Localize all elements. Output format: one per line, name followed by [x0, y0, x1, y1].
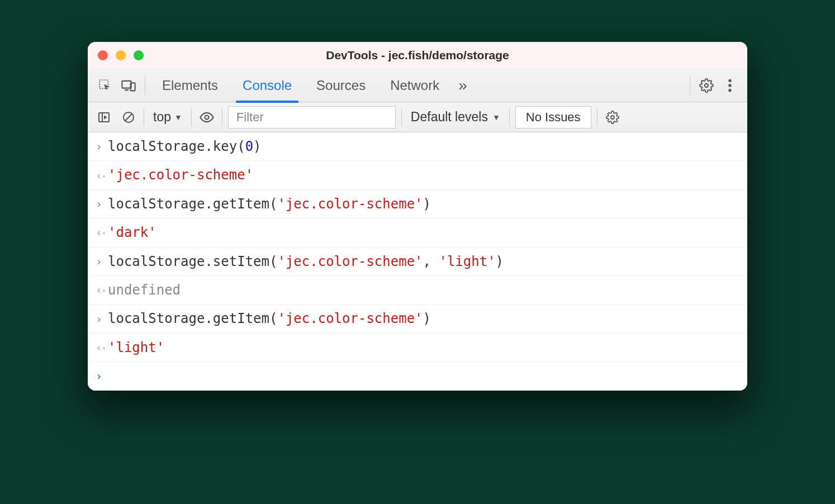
input-marker-icon: ›: [96, 253, 108, 270]
console-output-row: ‹•undefined: [88, 276, 747, 305]
sidebar-toggle-icon[interactable]: [94, 108, 113, 127]
titlebar: DevTools - jec.fish/demo/storage: [88, 42, 747, 69]
levels-label: Default levels: [411, 110, 488, 125]
toolbar-divider: [401, 108, 402, 126]
live-expression-icon[interactable]: [197, 108, 216, 127]
maximize-window-icon[interactable]: [134, 50, 144, 60]
toolbar-divider: [191, 108, 192, 126]
code-content: localStorage.getItem('jec.color-scheme'): [108, 193, 431, 215]
filter-input[interactable]: [228, 106, 396, 129]
code-content: undefined: [108, 279, 181, 301]
code-content: 'dark': [108, 222, 156, 243]
tabbar-divider: [690, 76, 690, 95]
svg-point-13: [611, 116, 614, 119]
input-marker-icon: ›: [96, 310, 108, 328]
svg-point-12: [205, 115, 208, 119]
code-content: localStorage.key(0): [108, 136, 262, 157]
context-label: top: [153, 110, 171, 125]
log-levels-selector[interactable]: Default levels ▼: [407, 110, 504, 125]
settings-icon[interactable]: [696, 75, 717, 96]
output-marker-icon: ‹•: [96, 167, 108, 184]
console-prompt-input[interactable]: [108, 365, 116, 387]
svg-point-6: [728, 84, 731, 87]
svg-line-11: [125, 114, 132, 121]
code-content: 'light': [108, 337, 164, 358]
dropdown-icon: ▼: [174, 113, 182, 122]
console-input-row: ›localStorage.key(0): [88, 132, 747, 161]
code-content: 'jec.color-scheme': [108, 164, 253, 186]
main-tabbar: Elements Console Sources Network »: [88, 69, 747, 102]
window-title: DevTools - jec.fish/demo/storage: [326, 49, 509, 62]
dropdown-icon: ▼: [492, 113, 500, 122]
devtools-window: DevTools - jec.fish/demo/storage Element…: [88, 42, 747, 391]
tab-label: Console: [243, 78, 292, 93]
svg-point-5: [728, 79, 731, 82]
toolbar-divider: [222, 108, 222, 126]
input-marker-icon: ›: [96, 137, 108, 155]
tab-overflow-icon[interactable]: »: [453, 77, 473, 94]
svg-rect-1: [122, 80, 131, 88]
svg-point-4: [705, 83, 709, 87]
toolbar-divider: [509, 108, 510, 126]
console-settings-icon[interactable]: [603, 108, 622, 127]
tab-label: Elements: [162, 78, 218, 93]
toolbar-divider: [597, 108, 597, 126]
clear-console-icon[interactable]: [119, 108, 138, 127]
output-marker-icon: ‹•: [96, 224, 108, 241]
output-marker-icon: ‹•: [96, 281, 108, 299]
console-output-row: ‹•'jec.color-scheme': [88, 161, 747, 189]
more-menu-icon[interactable]: [719, 75, 741, 96]
tab-label: Network: [390, 78, 439, 93]
issues-label: No Issues: [526, 110, 581, 124]
traffic-lights: [98, 50, 144, 60]
tab-sources[interactable]: Sources: [305, 69, 377, 102]
inspect-element-icon[interactable]: [94, 75, 116, 96]
minimize-window-icon[interactable]: [116, 50, 126, 60]
console-input-row: ›localStorage.getItem('jec.color-scheme'…: [88, 190, 747, 218]
output-marker-icon: ‹•: [96, 339, 108, 356]
device-toolbar-icon[interactable]: [118, 75, 139, 96]
code-content: localStorage.getItem('jec.color-scheme'): [108, 308, 431, 329]
svg-point-7: [728, 88, 731, 91]
code-content: localStorage.setItem('jec.color-scheme',…: [108, 251, 504, 272]
tab-console[interactable]: Console: [231, 69, 303, 102]
console-output[interactable]: ›localStorage.key(0)‹•'jec.color-scheme'…: [88, 132, 747, 391]
close-window-icon[interactable]: [98, 50, 108, 60]
prompt-marker-icon: ›: [96, 367, 108, 385]
console-prompt-row[interactable]: ›: [88, 362, 747, 390]
input-marker-icon: ›: [96, 195, 108, 213]
console-input-row: ›localStorage.getItem('jec.color-scheme'…: [88, 305, 747, 333]
tab-network[interactable]: Network: [379, 69, 450, 102]
tab-label: Sources: [316, 78, 366, 93]
tabbar-divider: [145, 76, 145, 95]
console-output-row: ‹•'dark': [88, 218, 747, 247]
console-input-row: ›localStorage.setItem('jec.color-scheme'…: [88, 248, 747, 276]
toolbar-divider: [144, 108, 144, 126]
context-selector[interactable]: top ▼: [150, 110, 186, 125]
console-output-row: ‹•'light': [88, 334, 747, 362]
issues-button[interactable]: No Issues: [515, 106, 591, 129]
tab-elements[interactable]: Elements: [151, 69, 229, 102]
console-toolbar: top ▼ Default levels ▼ No Issues: [88, 102, 747, 132]
